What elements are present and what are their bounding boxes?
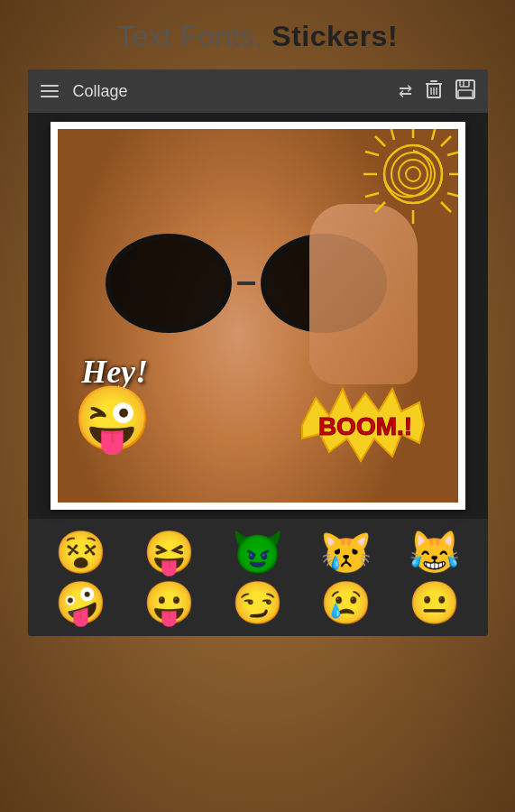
sticker-sun[interactable] [354,129,458,233]
emoji-row-1: 😵 😝 😈 😿 😹 [37,531,479,573]
svg-text:BOOM.!: BOOM.! [318,412,412,440]
sticker-emoji-tongue[interactable]: 😜 [73,387,152,450]
svg-line-17 [375,202,385,212]
emoji-crying-cat[interactable]: 😿 [310,531,382,573]
svg-rect-6 [456,80,474,98]
sticker-boom[interactable]: BOOM.! [293,384,437,466]
svg-line-16 [441,136,451,146]
svg-point-26 [399,160,428,189]
emoji-smirk[interactable]: 😏 [222,582,294,623]
lens-left [106,234,232,333]
toolbar: Collage ⇄ [28,69,488,113]
emoji-tongue-out[interactable]: 😛 [133,582,206,623]
header-text-bold: Stickers! [271,20,398,52]
shuffle-icon[interactable]: ⇄ [399,81,412,101]
glasses-bridge [237,281,255,285]
svg-line-18 [391,129,394,140]
toolbar-left: Collage [41,82,128,101]
svg-point-27 [406,167,420,181]
hamburger-menu-icon[interactable] [41,85,59,97]
svg-line-23 [447,193,458,197]
canvas-area[interactable]: Hey! 😜 [28,113,488,519]
app-window: Collage ⇄ [28,69,488,636]
emoji-row-2: 🤪 😛 😏 😢 😐 [37,582,479,623]
photo-frame[interactable]: Hey! 😜 [51,122,465,510]
svg-rect-7 [460,80,469,87]
svg-line-19 [432,129,436,140]
toolbar-title: Collage [73,82,128,101]
svg-line-22 [447,152,458,155]
emoji-dizzy[interactable]: 😵 [45,531,117,573]
emoji-squinting-tongue[interactable]: 😝 [133,531,206,573]
toolbar-right: ⇄ [399,79,475,104]
emoji-crying[interactable]: 😢 [310,582,382,623]
svg-line-21 [365,193,379,197]
photo-inner: Hey! 😜 [58,129,458,503]
emoji-wacky[interactable]: 🤪 [45,582,117,623]
emoji-panel: 😵 😝 😈 😿 😹 🤪 😛 😏 😢 😐 [28,519,488,636]
emoji-joy-cat[interactable]: 😹 [399,531,471,573]
svg-line-14 [375,136,385,146]
svg-line-20 [365,152,379,155]
app-header: Text Fonts, Stickers! [117,20,398,53]
header-text-normal: Text Fonts, [117,20,271,52]
emoji-devil[interactable]: 😈 [222,531,294,573]
header-text: Text Fonts, Stickers! [117,20,398,52]
save-icon[interactable] [455,79,475,104]
svg-rect-8 [458,90,473,97]
svg-line-15 [441,202,451,212]
emoji-neutral[interactable]: 😐 [399,582,471,623]
delete-icon[interactable] [425,79,443,104]
